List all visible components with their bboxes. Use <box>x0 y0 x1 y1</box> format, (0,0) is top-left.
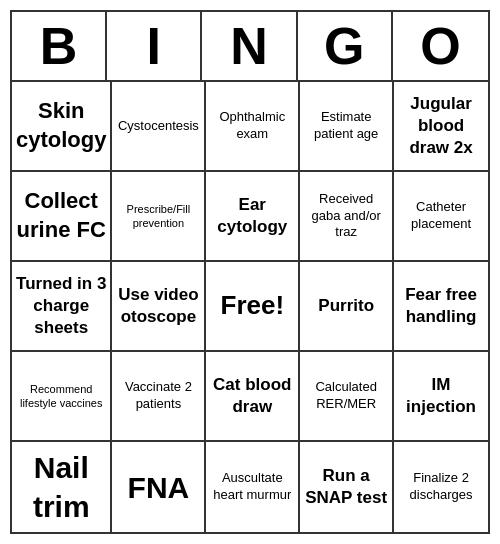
bingo-cell-6: Prescribe/Fill prevention <box>112 172 206 262</box>
cell-text-21: FNA <box>128 468 190 507</box>
cell-text-7: Ear cytology <box>210 194 294 238</box>
bingo-grid: Skin cytologyCystocentesisOphthalmic exa… <box>12 82 488 532</box>
cell-text-23: Run a SNAP test <box>304 465 388 509</box>
cell-text-20: Nail trim <box>16 448 106 526</box>
cell-text-0: Skin cytology <box>16 97 106 154</box>
bingo-cell-22: Auscultate heart murmur <box>206 442 300 532</box>
bingo-cell-10: Turned in 3 charge sheets <box>12 262 112 352</box>
cell-text-14: Fear free handling <box>398 284 484 328</box>
cell-text-6: Prescribe/Fill prevention <box>116 202 200 231</box>
cell-text-16: Vaccinate 2 patients <box>116 379 200 413</box>
cell-text-13: Purrito <box>318 295 374 317</box>
cell-text-9: Catheter placement <box>398 199 484 233</box>
cell-text-8: Received gaba and/or traz <box>304 191 388 242</box>
cell-text-17: Cat blood draw <box>210 374 294 418</box>
bingo-cell-16: Vaccinate 2 patients <box>112 352 206 442</box>
bingo-cell-13: Purrito <box>300 262 394 352</box>
bingo-cell-23: Run a SNAP test <box>300 442 394 532</box>
bingo-cell-8: Received gaba and/or traz <box>300 172 394 262</box>
bingo-cell-18: Calculated RER/MER <box>300 352 394 442</box>
cell-text-11: Use video otoscope <box>116 284 200 328</box>
bingo-cell-15: Recommend lifestyle vaccines <box>12 352 112 442</box>
bingo-cell-11: Use video otoscope <box>112 262 206 352</box>
bingo-cell-14: Fear free handling <box>394 262 488 352</box>
bingo-cell-20: Nail trim <box>12 442 112 532</box>
cell-text-18: Calculated RER/MER <box>304 379 388 413</box>
bingo-letter-g: G <box>298 12 393 80</box>
bingo-cell-19: IM injection <box>394 352 488 442</box>
cell-text-3: Estimate patient age <box>304 109 388 143</box>
cell-text-12: Free! <box>221 289 285 323</box>
bingo-letter-n: N <box>202 12 297 80</box>
bingo-cell-9: Catheter placement <box>394 172 488 262</box>
bingo-cell-21: FNA <box>112 442 206 532</box>
cell-text-24: Finalize 2 discharges <box>398 470 484 504</box>
cell-text-22: Auscultate heart murmur <box>210 470 294 504</box>
bingo-cell-5: Collect urine FC <box>12 172 112 262</box>
bingo-cell-1: Cystocentesis <box>112 82 206 172</box>
cell-text-1: Cystocentesis <box>118 118 199 135</box>
cell-text-4: Jugular blood draw 2x <box>398 93 484 159</box>
cell-text-15: Recommend lifestyle vaccines <box>16 382 106 411</box>
cell-text-10: Turned in 3 charge sheets <box>16 273 106 339</box>
bingo-letter-o: O <box>393 12 488 80</box>
bingo-cell-12: Free! <box>206 262 300 352</box>
bingo-cell-2: Ophthalmic exam <box>206 82 300 172</box>
cell-text-19: IM injection <box>398 374 484 418</box>
cell-text-2: Ophthalmic exam <box>210 109 294 143</box>
bingo-cell-4: Jugular blood draw 2x <box>394 82 488 172</box>
bingo-cell-0: Skin cytology <box>12 82 112 172</box>
bingo-card: BINGO Skin cytologyCystocentesisOphthalm… <box>10 10 490 534</box>
bingo-header: BINGO <box>12 12 488 82</box>
cell-text-5: Collect urine FC <box>16 187 106 244</box>
bingo-cell-3: Estimate patient age <box>300 82 394 172</box>
bingo-letter-i: I <box>107 12 202 80</box>
bingo-cell-17: Cat blood draw <box>206 352 300 442</box>
bingo-cell-24: Finalize 2 discharges <box>394 442 488 532</box>
bingo-cell-7: Ear cytology <box>206 172 300 262</box>
bingo-letter-b: B <box>12 12 107 80</box>
